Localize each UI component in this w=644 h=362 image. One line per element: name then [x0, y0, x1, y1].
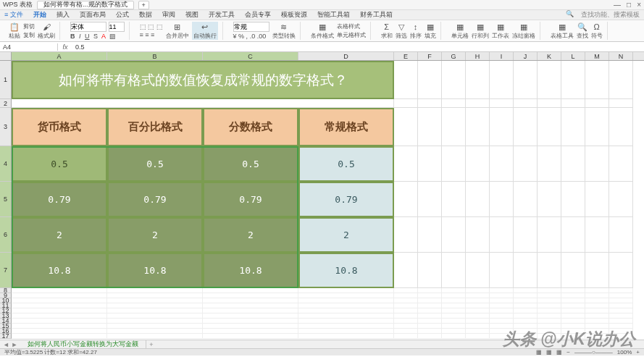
- menu-view[interactable]: 视图: [185, 10, 198, 20]
- row-6[interactable]: 6: [0, 217, 12, 253]
- empty-cell[interactable]: [585, 146, 609, 182]
- empty-cell[interactable]: [609, 182, 633, 217]
- empty-cell[interactable]: [514, 313, 538, 319]
- cond-format-icon[interactable]: ▦: [317, 22, 327, 32]
- align-mid-icon[interactable]: ⬚: [148, 23, 154, 30]
- filter-icon[interactable]: ▽: [396, 22, 406, 32]
- empty-cell[interactable]: [394, 329, 418, 334]
- empty-cell[interactable]: [203, 334, 298, 339]
- empty-cell[interactable]: [514, 293, 538, 298]
- empty-cell[interactable]: [418, 324, 442, 329]
- empty-cell[interactable]: [538, 303, 561, 308]
- empty-cell[interactable]: [394, 303, 418, 308]
- empty-cell[interactable]: [609, 61, 633, 99]
- empty-cell[interactable]: [561, 253, 585, 288]
- font-select[interactable]: [70, 22, 106, 32]
- empty-cell[interactable]: [418, 61, 442, 99]
- empty-cell[interactable]: [609, 308, 633, 313]
- empty-cell[interactable]: [107, 303, 203, 308]
- empty-cell[interactable]: [514, 308, 538, 313]
- formula-input[interactable]: 0.5: [72, 43, 88, 51]
- file-menu[interactable]: ≡ 文件: [4, 10, 23, 20]
- empty-cell[interactable]: [466, 329, 490, 334]
- empty-cell[interactable]: [298, 329, 394, 334]
- underline-btn[interactable]: U: [85, 33, 90, 40]
- empty-cell[interactable]: [490, 303, 514, 308]
- empty-cell[interactable]: [107, 293, 203, 298]
- table-style-btn[interactable]: 表格样式: [337, 22, 366, 30]
- empty-cell[interactable]: [585, 303, 609, 308]
- empty-cell[interactable]: [466, 293, 490, 298]
- empty-cell[interactable]: [561, 293, 585, 298]
- title-cell[interactable]: 如何将带有格式的数值恢复成常规的数字格式？: [12, 61, 394, 99]
- add-sheet[interactable]: +: [146, 341, 156, 348]
- empty-cell[interactable]: [490, 108, 514, 146]
- empty-cell[interactable]: [203, 308, 298, 313]
- empty-cell[interactable]: [394, 324, 418, 329]
- empty-cell[interactable]: [466, 298, 490, 303]
- empty-cell[interactable]: [538, 288, 561, 293]
- merge-icon[interactable]: ⊞: [172, 22, 183, 32]
- header-general[interactable]: 常规格式: [298, 108, 394, 146]
- empty-cell[interactable]: [490, 146, 514, 182]
- zoom-in-icon[interactable]: +: [636, 349, 640, 355]
- empty-cell[interactable]: [394, 319, 418, 324]
- empty-cell[interactable]: [203, 298, 298, 303]
- empty-cell[interactable]: [609, 108, 633, 146]
- data-cell[interactable]: 0.5: [298, 146, 394, 182]
- inc-decimal-icon[interactable]: .0: [250, 33, 256, 40]
- freeze-icon[interactable]: ▦: [519, 22, 529, 32]
- empty-cell[interactable]: [107, 329, 203, 334]
- align-right-icon[interactable]: ≡: [151, 31, 154, 38]
- empty-cell[interactable]: [561, 146, 585, 182]
- empty-cell[interactable]: [298, 298, 394, 303]
- format-painter-icon[interactable]: 🖌: [41, 22, 51, 32]
- empty-cell[interactable]: [442, 308, 466, 313]
- data-cell[interactable]: 0.5: [12, 146, 107, 182]
- win-max-icon[interactable]: □: [627, 1, 631, 9]
- empty-cell[interactable]: [418, 329, 442, 334]
- empty-cell[interactable]: [442, 108, 466, 146]
- empty-cell[interactable]: [203, 319, 298, 324]
- empty-cell[interactable]: [418, 319, 442, 324]
- empty-cell[interactable]: [107, 334, 203, 339]
- empty-cell[interactable]: [538, 108, 561, 146]
- col-H[interactable]: H: [466, 52, 490, 60]
- menu-template[interactable]: 模板资源: [281, 10, 307, 20]
- data-cell[interactable]: 0.79: [298, 182, 394, 217]
- row-3[interactable]: 3: [0, 108, 12, 146]
- empty-cell[interactable]: [394, 293, 418, 298]
- data-cell[interactable]: 10.8: [12, 253, 107, 288]
- search-icon[interactable]: 🔍: [566, 10, 574, 20]
- empty-cell[interactable]: [12, 324, 107, 329]
- row-5[interactable]: 5: [0, 182, 12, 217]
- empty-cell[interactable]: [203, 329, 298, 334]
- header-fraction[interactable]: 分数格式: [203, 108, 298, 146]
- cell-format-icon[interactable]: ▦: [455, 22, 465, 32]
- grid[interactable]: 如何将带有格式的数值恢复成常规的数字格式？ 货币格式 百分比格式 分数格式 常规…: [12, 61, 633, 339]
- empty-cell[interactable]: [12, 99, 394, 108]
- empty-cell[interactable]: [466, 308, 490, 313]
- col-A[interactable]: A: [12, 52, 107, 60]
- empty-cell[interactable]: [585, 308, 609, 313]
- empty-cell[interactable]: [561, 217, 585, 253]
- currency-icon[interactable]: ¥: [233, 33, 237, 40]
- row-1[interactable]: 1: [0, 61, 12, 99]
- empty-cell[interactable]: [538, 313, 561, 319]
- align-top-icon[interactable]: ⬚: [140, 23, 146, 30]
- row-7[interactable]: 7: [0, 253, 12, 288]
- italic-btn[interactable]: I: [79, 33, 81, 40]
- menu-review[interactable]: 审阅: [162, 10, 175, 20]
- empty-cell[interactable]: [490, 288, 514, 293]
- empty-cell[interactable]: [538, 253, 561, 288]
- empty-cell[interactable]: [442, 217, 466, 253]
- empty-cell[interactable]: [298, 324, 394, 329]
- empty-cell[interactable]: [418, 108, 442, 146]
- menu-finance[interactable]: 财务工具箱: [360, 10, 393, 20]
- col-D[interactable]: D: [298, 52, 394, 60]
- size-select[interactable]: [109, 22, 125, 32]
- empty-cell[interactable]: [418, 313, 442, 319]
- empty-cell[interactable]: [490, 298, 514, 303]
- col-M[interactable]: M: [585, 52, 609, 60]
- empty-cell[interactable]: [561, 182, 585, 217]
